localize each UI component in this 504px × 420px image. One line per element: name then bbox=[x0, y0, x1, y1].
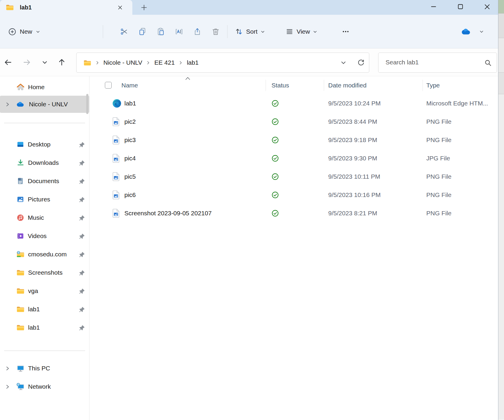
breadcrumb-chevron-icon[interactable] bbox=[179, 61, 183, 65]
sidebar-item-lab1[interactable]: lab1 bbox=[0, 318, 89, 337]
sidebar-separator bbox=[4, 123, 85, 123]
expand-chevron-icon[interactable] bbox=[4, 384, 11, 390]
view-icon bbox=[285, 27, 294, 36]
rename-button[interactable] bbox=[173, 25, 186, 38]
sidebar-item-label: Downloads bbox=[28, 159, 59, 166]
folder-icon bbox=[17, 288, 25, 294]
sidebar-item-this-pc[interactable]: This PC bbox=[0, 359, 89, 377]
sidebar-item-downloads[interactable]: Downloads bbox=[0, 154, 89, 172]
expand-chevron-icon[interactable] bbox=[4, 102, 11, 107]
column-header-status[interactable]: Status bbox=[271, 82, 289, 89]
tab-close-icon[interactable] bbox=[115, 3, 125, 12]
breadcrumb-item[interactable]: EE 421 bbox=[154, 59, 175, 66]
file-name: Screenshot 2023-09-05 202107 bbox=[124, 210, 212, 217]
scissors-icon bbox=[120, 27, 128, 36]
breadcrumb-item[interactable]: lab1 bbox=[187, 59, 199, 66]
expand-chevron-icon[interactable] bbox=[4, 366, 11, 371]
search-input[interactable] bbox=[385, 53, 482, 72]
pin-icon bbox=[79, 325, 85, 331]
folder-globe-icon bbox=[17, 251, 25, 258]
sync-status-icon bbox=[271, 118, 279, 126]
sidebar-item-videos[interactable]: Videos bbox=[0, 227, 89, 245]
file-date-modified: 9/5/2023 9:18 PM bbox=[328, 136, 377, 144]
breadcrumb-chevron-icon[interactable] bbox=[146, 61, 150, 65]
file-row[interactable]: Screenshot 2023-09-05 2021079/5/2023 8:2… bbox=[90, 204, 498, 222]
file-type: PNG File bbox=[426, 173, 496, 180]
pin-icon bbox=[79, 251, 85, 258]
file-date-modified: 9/5/2023 8:21 PM bbox=[328, 210, 377, 217]
column-divider[interactable] bbox=[324, 80, 324, 91]
copy-button[interactable] bbox=[136, 25, 149, 38]
address-dropdown-button[interactable] bbox=[338, 57, 349, 68]
file-row[interactable]: pic59/5/2023 10:11 PMPNG File bbox=[90, 167, 498, 186]
sidebar-bottom-group: This PCNetwork bbox=[0, 359, 89, 396]
column-header-type[interactable]: Type bbox=[426, 82, 440, 89]
column-header-date-modified[interactable]: Date modified bbox=[328, 82, 367, 89]
more-options-button[interactable] bbox=[339, 25, 352, 38]
image-file-icon bbox=[112, 172, 120, 181]
column-divider[interactable] bbox=[422, 80, 423, 91]
onedrive-status-button[interactable] bbox=[461, 15, 484, 48]
file-type: Microsoft Edge HTM... bbox=[426, 100, 496, 107]
home-icon bbox=[17, 83, 25, 91]
minimize-button[interactable] bbox=[424, 0, 443, 13]
file-type: PNG File bbox=[426, 118, 496, 125]
network-icon bbox=[17, 383, 25, 391]
recent-locations-button[interactable] bbox=[39, 57, 50, 68]
chevron-down-icon bbox=[341, 60, 346, 66]
address-bar-row: Nicole - UNLV EE 421 lab1 bbox=[0, 48, 498, 76]
sidebar-item-vga[interactable]: vga bbox=[0, 282, 89, 300]
file-row[interactable]: pic29/5/2023 8:44 PMPNG File bbox=[90, 113, 498, 131]
refresh-button[interactable] bbox=[355, 57, 367, 68]
sidebar-item-label: Music bbox=[28, 214, 44, 221]
select-all-checkbox[interactable] bbox=[105, 82, 112, 89]
forward-button[interactable] bbox=[21, 57, 32, 68]
sidebar-item-label: cmosedu.com bbox=[28, 251, 67, 258]
sidebar-item-documents[interactable]: Documents bbox=[0, 172, 89, 190]
share-button[interactable] bbox=[191, 25, 204, 38]
cut-button[interactable] bbox=[118, 25, 131, 38]
desktop-icon bbox=[17, 141, 24, 148]
close-button[interactable] bbox=[478, 0, 496, 13]
sidebar-item-label: Pictures bbox=[28, 196, 50, 203]
up-button[interactable] bbox=[56, 57, 67, 68]
file-list-pane: Name Status Date modified Type lab19/5/2… bbox=[89, 76, 498, 420]
screen: lab1 bbox=[0, 0, 504, 420]
sidebar-item-desktop[interactable]: Desktop bbox=[0, 135, 89, 154]
sidebar-item-screenshots[interactable]: Screenshots bbox=[0, 263, 89, 282]
delete-button[interactable] bbox=[209, 25, 222, 38]
sidebar-item-network[interactable]: Network bbox=[0, 377, 89, 396]
view-button[interactable]: View bbox=[285, 15, 317, 48]
new-tab-button[interactable] bbox=[138, 2, 149, 12]
file-date-modified: 9/5/2023 10:16 PM bbox=[328, 191, 381, 198]
file-row[interactable]: pic49/5/2023 9:30 PMJPG File bbox=[90, 149, 498, 167]
tab-lab1[interactable]: lab1 bbox=[0, 0, 132, 15]
sidebar-item-nicole-unlv[interactable]: Nicole - UNLV bbox=[0, 96, 89, 113]
share-icon bbox=[193, 27, 201, 36]
file-row[interactable]: pic69/5/2023 10:16 PMPNG File bbox=[90, 186, 498, 204]
file-row[interactable]: lab19/5/2023 10:24 PMMicrosoft Edge HTM.… bbox=[90, 94, 498, 113]
thispc-icon bbox=[17, 364, 25, 372]
folder-icon bbox=[6, 4, 14, 11]
file-row[interactable]: pic39/5/2023 9:18 PMPNG File bbox=[90, 131, 498, 149]
arrow-left-icon bbox=[4, 58, 12, 66]
paste-button[interactable] bbox=[154, 25, 167, 38]
search-icon[interactable] bbox=[484, 59, 492, 67]
breadcrumb-chevron-icon[interactable] bbox=[95, 61, 99, 65]
sidebar-item-lab1[interactable]: lab1 bbox=[0, 300, 89, 318]
sidebar-item-label: lab1 bbox=[28, 324, 40, 331]
column-header-name[interactable]: Name bbox=[121, 82, 138, 89]
sidebar-item-pictures[interactable]: Pictures bbox=[0, 190, 89, 209]
sidebar-item-home[interactable]: Home bbox=[0, 79, 89, 96]
image-file-icon bbox=[112, 191, 120, 200]
back-button[interactable] bbox=[2, 57, 14, 68]
breadcrumb-bar[interactable]: Nicole - UNLV EE 421 lab1 bbox=[76, 53, 369, 73]
sidebar-scrollbar-thumb[interactable] bbox=[86, 94, 88, 114]
maximize-button[interactable] bbox=[451, 0, 469, 13]
sidebar-item-cmosedu-com[interactable]: cmosedu.com bbox=[0, 245, 89, 263]
new-button[interactable]: New bbox=[8, 15, 40, 48]
breadcrumb-item[interactable]: Nicole - UNLV bbox=[103, 59, 142, 66]
sort-button[interactable]: Sort bbox=[235, 15, 265, 48]
sidebar-item-music[interactable]: Music bbox=[0, 209, 89, 227]
column-divider[interactable] bbox=[266, 80, 266, 91]
